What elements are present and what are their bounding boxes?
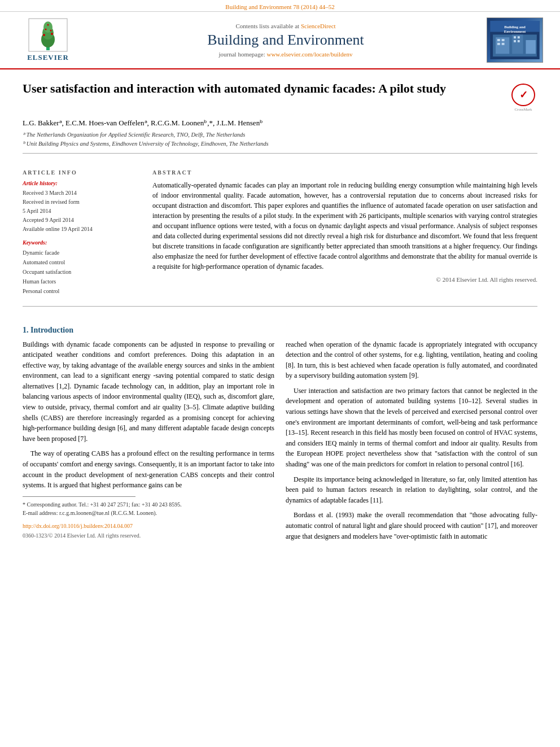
- svg-rect-19: [502, 39, 505, 41]
- cover-image-svg: Building and Environment: [489, 21, 540, 59]
- doi-link: http://dx.doi.org/10.1016/j.buildenv.201…: [23, 522, 274, 531]
- section1-heading: 1. Introduction: [23, 326, 537, 335]
- journal-header-center: Contents lists available at ScienceDirec…: [85, 23, 487, 58]
- affiliation-b: ᵇ Unit Building Physics and Systems, Ein…: [23, 139, 537, 148]
- journal-title: Building and Environment: [85, 32, 487, 49]
- journal-cover: Building and Environment: [487, 18, 543, 63]
- article-info-panel: ARTICLE INFO Article history: Received 3…: [23, 169, 141, 296]
- body-para-4: User interaction and satisfaction are tw…: [286, 386, 537, 470]
- body-para-2: The way of operating CABS has a profound…: [23, 448, 274, 490]
- keywords-label: Keywords:: [23, 239, 141, 246]
- abstract-panel: ABSTRACT Automatically-operated dynamic …: [152, 169, 537, 296]
- copyright: © 2014 Elsevier Ltd. All rights reserved…: [152, 276, 537, 283]
- journal-reference: Building and Environment 78 (2014) 44–52: [0, 0, 560, 12]
- body-col-left: Buildings with dynamic facade components…: [23, 339, 274, 547]
- svg-rect-24: [514, 40, 516, 42]
- crossmark-icon: ✓: [511, 84, 535, 106]
- svg-rect-21: [502, 43, 505, 45]
- journal-cover-image: Building and Environment: [487, 18, 549, 63]
- body-para-6: Bordass et al. (1993) make the overall r…: [286, 510, 537, 541]
- sciencedirect-anchor[interactable]: ScienceDirect: [301, 23, 336, 29]
- keyword-dynamic-facade: Dynamic facade: [23, 248, 141, 257]
- paper-title: User satisfaction and interaction with a…: [23, 81, 446, 97]
- elsevier-tree-icon: [28, 18, 68, 52]
- homepage-link[interactable]: www.elsevier.com/locate/buildenv: [266, 51, 352, 58]
- svg-rect-25: [518, 40, 520, 42]
- svg-rect-23: [518, 36, 520, 38]
- svg-text:Environment: Environment: [504, 29, 526, 33]
- body-section: 1. Introduction Buildings with dynamic f…: [0, 311, 560, 552]
- svg-point-5: [51, 33, 53, 35]
- section-divider: [23, 306, 537, 307]
- received-date: Received 3 March 2014: [23, 189, 141, 198]
- body-para-1: Buildings with dynamic facade components…: [23, 339, 274, 444]
- svg-point-6: [45, 29, 47, 30]
- body-para-3: reached when operation of the dynamic fa…: [286, 339, 537, 381]
- crossmark-logo: ✓ CrossMark: [509, 84, 537, 112]
- body-col-right: reached when operation of the dynamic fa…: [286, 339, 537, 547]
- issn-line: 0360-1323/© 2014 Elsevier Ltd. All right…: [23, 531, 274, 540]
- journal-homepage: journal homepage: www.elsevier.com/locat…: [85, 51, 487, 58]
- paper-section: User satisfaction and interaction with a…: [0, 69, 560, 164]
- svg-text:Building and: Building and: [504, 25, 526, 29]
- article-info-title: ARTICLE INFO: [23, 169, 141, 176]
- svg-rect-17: [526, 40, 535, 54]
- footnote-text: * Corresponding author. Tel.: +31 40 247…: [23, 500, 274, 517]
- svg-point-8: [47, 24, 49, 26]
- elsevier-branding: ELSEVIER: [11, 18, 85, 62]
- header-divider: [23, 153, 537, 154]
- journal-header: ELSEVIER Contents lists available at Sci…: [0, 12, 560, 69]
- keyword-occupant-satisfaction: Occupant satisfaction: [23, 267, 141, 277]
- svg-rect-22: [514, 36, 516, 38]
- authors: L.G. Bakkerᵃ, E.C.M. Hoes-van Oeffelenᵃ,…: [23, 119, 537, 128]
- svg-point-4: [43, 34, 45, 36]
- sciencedirect-link: Contents lists available at ScienceDirec…: [85, 23, 487, 29]
- article-history-label: Article history:: [23, 180, 141, 186]
- footnote-divider: [23, 496, 135, 497]
- abstract-text: Automatically-operated dynamic facades c…: [152, 180, 537, 272]
- keyword-personal-control: Personal control: [23, 286, 141, 296]
- svg-rect-18: [497, 39, 500, 41]
- affiliation-a: ᵃ The Netherlands Organization for Appli…: [23, 130, 537, 139]
- article-info-abstract: ARTICLE INFO Article history: Received 3…: [0, 164, 560, 302]
- keyword-human-factors: Human factors: [23, 277, 141, 286]
- body-para-5: Despite its importance being acknowledge…: [286, 474, 537, 506]
- affiliations: ᵃ The Netherlands Organization for Appli…: [23, 130, 537, 148]
- svg-point-7: [50, 30, 52, 32]
- abstract-title: ABSTRACT: [152, 169, 537, 176]
- elsevier-logo: ELSEVIER: [27, 18, 69, 62]
- svg-rect-20: [497, 43, 500, 45]
- received-revised-date: Received in revised form5 April 2014: [23, 198, 141, 216]
- available-online-date: Available online 19 April 2014: [23, 225, 141, 234]
- body-two-col: Buildings with dynamic facade components…: [23, 339, 537, 547]
- paper-title-row: User satisfaction and interaction with a…: [23, 81, 537, 112]
- keyword-automated-control: Automated control: [23, 257, 141, 267]
- accepted-date: Accepted 9 April 2014: [23, 216, 141, 225]
